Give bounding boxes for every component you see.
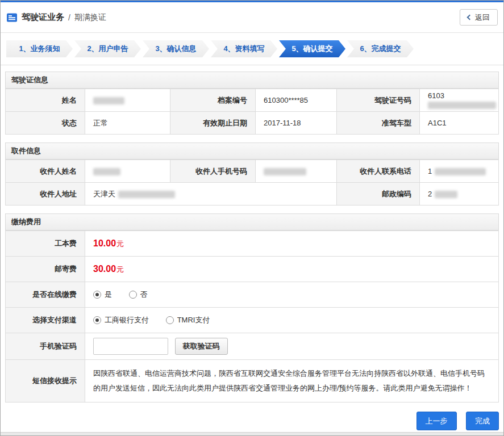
payment-channel-options: 工商银行支付 TMRI支付 (85, 308, 499, 333)
recipient-tel-value: 1 (420, 160, 499, 183)
production-fee-label: 工本费 (6, 231, 85, 257)
back-chevron-icon (467, 15, 473, 20)
production-fee-unit: 元 (116, 240, 124, 248)
vehicle-class-value: A1C1 (420, 112, 499, 135)
payment-channel-label: 选择支付渠道 (6, 308, 85, 333)
postage-fee-unit: 元 (116, 265, 124, 274)
license-number-prefix: 6103 (428, 91, 444, 100)
postage-fee-label: 邮寄费 (6, 257, 85, 282)
recipient-address-label: 收件人地址 (6, 183, 85, 206)
postal-code-label: 邮政编码 (337, 183, 420, 206)
license-number-value: 6103 (420, 89, 499, 112)
get-code-button[interactable]: 获取验证码 (175, 338, 228, 355)
page-header: 驾驶证业务 / 期满换证 返回 (1, 2, 503, 33)
pickup-info-title: 取件信息 (5, 142, 499, 160)
license-info-section: 驾驶证信息 姓名 档案编号 610300****85 驾驶证号码 6103 状态… (5, 72, 499, 135)
recipient-address-value: 天津天 (85, 183, 337, 206)
postal-code-value: 2 (420, 183, 499, 206)
table-row: 工本费 10.00元 (6, 231, 499, 257)
channel-icbc-label: 工商银行支付 (105, 315, 149, 325)
channel-tmri-option[interactable]: TMRI支付 (166, 315, 210, 325)
back-button[interactable]: 返回 (460, 9, 498, 26)
footer-actions: 上一步 完成 (1, 412, 499, 430)
pay-online-label: 是否在线缴费 (6, 282, 85, 308)
license-info-title: 驾驶证信息 (5, 72, 499, 89)
redacted-postal-code (435, 191, 457, 198)
status-label: 状态 (6, 112, 85, 135)
page: 驾驶证业务 / 期满换证 返回 1、业务须知 2、用户申告 3、确认信息 4、资… (0, 0, 504, 436)
pay-online-no-label: 否 (140, 290, 148, 300)
redacted-license-number (428, 102, 496, 109)
step-2-user-declaration[interactable]: 2、用户申告 (74, 40, 141, 57)
table-row: 是否在线缴费 是 否 (6, 282, 499, 308)
fees-title: 缴纳费用 (5, 213, 499, 230)
bottom-strip (1, 432, 503, 435)
recipient-name-label: 收件人姓名 (6, 160, 85, 183)
license-form-icon (6, 12, 18, 23)
prev-step-button[interactable]: 上一步 (416, 412, 457, 430)
table-row: 姓名 档案编号 610300****85 驾驶证号码 6103 (6, 89, 499, 112)
vehicle-class-label: 准驾车型 (337, 112, 420, 135)
page-title-business: 驾驶证业务 (22, 12, 64, 23)
finish-button[interactable]: 完成 (466, 412, 499, 430)
table-row: 邮寄费 30.00元 (6, 257, 499, 282)
redacted-recipient-tel (435, 168, 486, 175)
sms-notice-text: 因陕西省联通、电信运营商技术问题，陕西省互联网交通安全综合服务管理平台无法向持陕… (85, 360, 499, 403)
postal-code-prefix: 2 (428, 190, 432, 198)
recipient-name-value (85, 160, 170, 183)
table-row: 收件人姓名 收件人手机号码 收件人联系电话 1 (6, 160, 499, 183)
license-info-table: 姓名 档案编号 610300****85 驾驶证号码 6103 状态 正常 有效… (5, 89, 499, 135)
recipient-tel-label: 收件人联系电话 (337, 160, 420, 183)
recipient-mobile-label: 收件人手机号码 (170, 160, 256, 183)
pay-online-yes-label: 是 (105, 290, 112, 300)
back-button-label: 返回 (475, 12, 490, 23)
radio-checked-icon[interactable] (93, 291, 101, 299)
recipient-address-prefix: 天津天 (93, 190, 115, 198)
fees-table: 工本费 10.00元 邮寄费 30.00元 是否在线缴费 是 否 选择支付渠道 … (5, 230, 499, 403)
production-fee-value: 10.00元 (85, 231, 499, 257)
file-number-value: 610300****85 (256, 89, 337, 112)
expiry-value: 2017-11-18 (256, 112, 337, 135)
redacted-name (93, 97, 124, 104)
channel-icbc-option[interactable]: 工商银行支付 (93, 315, 149, 325)
pickup-info-section: 取件信息 收件人姓名 收件人手机号码 收件人联系电话 1 收件人地址 天津天 邮… (5, 142, 499, 206)
sms-code-input[interactable] (93, 338, 168, 355)
expiry-label: 有效期止日期 (170, 112, 256, 135)
production-fee-amount: 10.00 (93, 238, 116, 248)
redacted-recipient-address (118, 191, 175, 198)
sms-code-label: 手机验证码 (6, 333, 85, 360)
name-label: 姓名 (6, 89, 85, 112)
step-5-confirm-submit[interactable]: 5、确认提交 (279, 40, 345, 57)
breadcrumb-separator: / (68, 13, 70, 22)
channel-tmri-label: TMRI支付 (177, 315, 210, 325)
radio-unchecked-icon[interactable] (166, 316, 174, 324)
page-title-service: 期满换证 (74, 12, 106, 23)
step-3-confirm-info[interactable]: 3、确认信息 (143, 40, 209, 57)
step-6-complete-submit[interactable]: 6、完成提交 (347, 40, 414, 57)
radio-unchecked-icon[interactable] (129, 291, 137, 299)
table-row: 手机验证码 获取验证码 (6, 333, 499, 360)
step-4-fill-data[interactable]: 4、资料填写 (211, 40, 277, 57)
table-row: 选择支付渠道 工商银行支付 TMRI支付 (6, 308, 499, 333)
redacted-recipient-mobile (264, 168, 306, 175)
step-1-business-notice[interactable]: 1、业务须知 (6, 40, 73, 57)
fees-section: 缴纳费用 工本费 10.00元 邮寄费 30.00元 是否在线缴费 是 否 选择… (5, 213, 499, 403)
file-number-label: 档案编号 (170, 89, 256, 112)
pay-online-yes-option[interactable]: 是 (93, 290, 112, 300)
table-row: 状态 正常 有效期止日期 2017-11-18 准驾车型 A1C1 (6, 112, 499, 135)
pay-online-no-option[interactable]: 否 (129, 290, 148, 300)
breadcrumb: 驾驶证业务 / 期满换证 (6, 12, 106, 23)
redacted-recipient-name (93, 168, 120, 175)
table-row: 短信接收提示 因陕西省联通、电信运营商技术问题，陕西省互联网交通安全综合服务管理… (6, 360, 499, 403)
recipient-tel-prefix: 1 (428, 167, 432, 175)
postage-fee-amount: 30.00 (93, 264, 116, 274)
license-number-label: 驾驶证号码 (337, 89, 420, 112)
status-value: 正常 (85, 112, 170, 135)
radio-checked-icon[interactable] (93, 316, 101, 324)
pay-online-options: 是 否 (85, 282, 499, 308)
table-row: 收件人地址 天津天 邮政编码 2 (6, 183, 499, 206)
sms-notice-label: 短信接收提示 (6, 360, 85, 403)
recipient-mobile-value (256, 160, 337, 183)
steps-bar: 1、业务须知 2、用户申告 3、确认信息 4、资料填写 5、确认提交 6、完成提… (1, 33, 503, 65)
sms-code-field: 获取验证码 (85, 333, 499, 360)
